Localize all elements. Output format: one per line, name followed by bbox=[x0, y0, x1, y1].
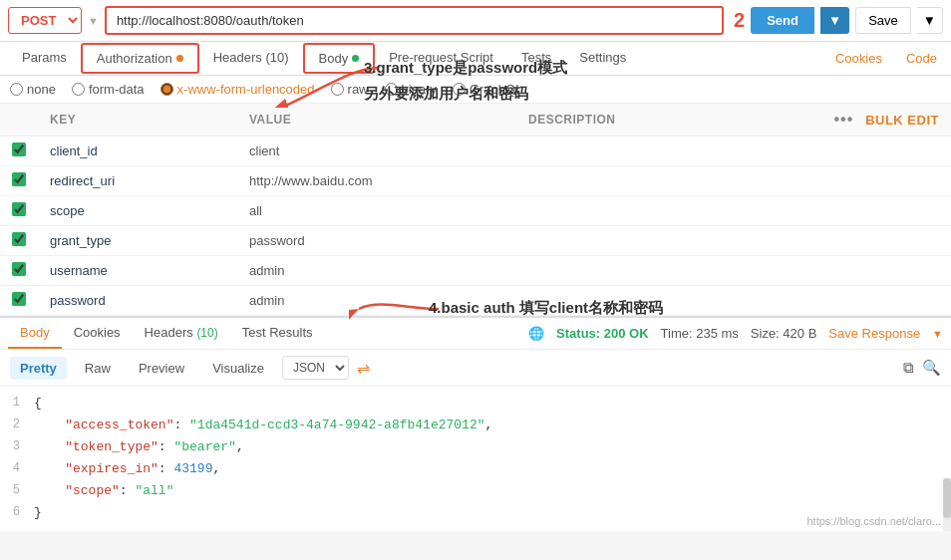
row-value-0[interactable]: client bbox=[237, 137, 516, 166]
resp-tab-body[interactable]: Body bbox=[8, 318, 62, 349]
response-format-toolbar: Pretty Raw Preview Visualize JSON XML Te… bbox=[0, 350, 951, 387]
table-row: username admin bbox=[0, 256, 951, 286]
response-tabs: Body Cookies Headers (10) Test Results 🌐… bbox=[0, 318, 951, 350]
format-icon[interactable]: ⇌ bbox=[357, 359, 370, 378]
response-size: Size: 420 B bbox=[751, 326, 817, 341]
row-value-1[interactable]: http://www.baidu.com bbox=[237, 166, 516, 196]
method-dropdown-arrow[interactable]: ▼ bbox=[88, 15, 99, 27]
row-value-3[interactable]: password bbox=[237, 226, 516, 256]
radio-formdata[interactable]: form-data bbox=[72, 82, 145, 97]
radio-urlencoded[interactable]: x-www-form-urlencoded bbox=[160, 82, 315, 97]
line-number: 6 bbox=[0, 502, 30, 524]
table-row: scope all bbox=[0, 196, 951, 226]
code-line: 3 "token_type": "bearer", bbox=[0, 436, 951, 458]
status-info: 🌐 Status: 200 OK Time: 235 ms Size: 420 … bbox=[528, 326, 943, 341]
col-key: KEY bbox=[38, 104, 237, 137]
row-value-4[interactable]: admin bbox=[237, 256, 516, 286]
resp-format-visualize[interactable]: Visualize bbox=[202, 357, 274, 380]
row-key-4[interactable]: username bbox=[38, 256, 237, 286]
code-content: { bbox=[30, 393, 951, 415]
code-content: "expires_in": 43199, bbox=[30, 458, 951, 480]
status-ok: Status: 200 OK bbox=[556, 326, 648, 341]
scrollbar[interactable] bbox=[943, 478, 951, 531]
line-number: 5 bbox=[0, 480, 30, 502]
line-number: 1 bbox=[0, 393, 30, 415]
tab-params[interactable]: Params bbox=[8, 42, 81, 75]
save-response-btn[interactable]: Save Response bbox=[828, 326, 920, 341]
globe-icon: 🌐 bbox=[528, 326, 544, 341]
row-value-5[interactable]: admin bbox=[237, 286, 516, 316]
params-table-section: KEY VALUE DESCRIPTION ••• Bulk Edit clie… bbox=[0, 104, 951, 316]
bulk-edit-btn[interactable]: Bulk Edit bbox=[865, 113, 939, 128]
tab-headers[interactable]: Headers (10) bbox=[199, 42, 303, 75]
search-icon[interactable]: 🔍 bbox=[922, 359, 941, 377]
send-button[interactable]: Send bbox=[751, 7, 814, 34]
authorization-label: Authorization bbox=[97, 51, 172, 66]
row-value-2[interactable]: all bbox=[237, 196, 516, 226]
row-checkbox-1[interactable] bbox=[0, 166, 38, 196]
row-checkbox-2[interactable] bbox=[0, 196, 38, 226]
line-number: 4 bbox=[0, 458, 30, 480]
row-key-1[interactable]: redirect_uri bbox=[38, 166, 237, 196]
send-dropdown[interactable]: ▼ bbox=[820, 7, 849, 34]
body-label: Body bbox=[319, 51, 349, 66]
tab-prerequest[interactable]: Pre-request Script bbox=[375, 42, 507, 75]
row-desc-0 bbox=[516, 137, 718, 166]
code-content: "scope": "all" bbox=[30, 480, 951, 502]
table-row: redirect_uri http://www.baidu.com bbox=[0, 166, 951, 196]
code-content: "token_type": "bearer", bbox=[30, 436, 951, 458]
resp-tab-cookies[interactable]: Cookies bbox=[62, 318, 133, 349]
radio-none[interactable]: none bbox=[10, 82, 56, 97]
resp-format-preview[interactable]: Preview bbox=[129, 357, 194, 380]
resp-tab-headers[interactable]: Headers (10) bbox=[133, 318, 230, 349]
response-time: Time: 235 ms bbox=[661, 326, 739, 341]
row-key-0[interactable]: client_id bbox=[38, 137, 237, 166]
save-button[interactable]: Save bbox=[855, 7, 911, 34]
table-row: client_id client bbox=[0, 137, 951, 166]
table-row: password admin bbox=[0, 286, 951, 316]
row-key-5[interactable]: password bbox=[38, 286, 237, 316]
more-options[interactable]: ••• bbox=[834, 111, 854, 128]
cookies-link[interactable]: Cookies bbox=[829, 43, 888, 74]
code-link[interactable]: Code bbox=[900, 43, 943, 74]
save-response-arrow[interactable]: ▼ bbox=[932, 328, 943, 340]
row-desc-1 bbox=[516, 166, 718, 196]
method-select[interactable]: POST bbox=[8, 7, 82, 34]
row-desc-4 bbox=[516, 256, 718, 286]
tab-settings[interactable]: Settings bbox=[565, 42, 640, 75]
resp-tab-testresults[interactable]: Test Results bbox=[230, 318, 325, 349]
scrollbar-thumb[interactable] bbox=[943, 478, 951, 518]
format-select[interactable]: JSON XML Text bbox=[282, 356, 349, 380]
body-dot bbox=[352, 55, 359, 62]
tab-tests[interactable]: Tests bbox=[507, 42, 565, 75]
copy-icon[interactable]: ⧉ bbox=[903, 359, 914, 377]
body-type-row: none form-data x-www-form-urlencoded raw… bbox=[0, 76, 951, 104]
code-line: 2 "access_token": "1da4541d-ccd3-4a74-99… bbox=[0, 415, 951, 436]
resp-format-raw[interactable]: Raw bbox=[75, 357, 121, 380]
url-input[interactable]: http://localhost:8080/oauth/token bbox=[105, 6, 724, 35]
tab-right-links: Cookies Code bbox=[829, 43, 943, 74]
resp-actions: ⧉ 🔍 bbox=[903, 359, 941, 377]
col-description: DESCRIPTION bbox=[516, 104, 718, 137]
response-section: Body Cookies Headers (10) Test Results 🌐… bbox=[0, 316, 951, 531]
radio-graphql[interactable]: GraphQL bbox=[453, 82, 522, 97]
line-number: 2 bbox=[0, 415, 30, 436]
watermark: https://blog.csdn.net/claro... bbox=[806, 515, 941, 527]
row-checkbox-0[interactable] bbox=[0, 137, 38, 166]
row-checkbox-5[interactable] bbox=[0, 286, 38, 316]
resp-format-pretty[interactable]: Pretty bbox=[10, 357, 67, 380]
row-checkbox-3[interactable] bbox=[0, 226, 38, 256]
table-row: grant_type password bbox=[0, 226, 951, 256]
row-key-3[interactable]: grant_type bbox=[38, 226, 237, 256]
radio-binary[interactable]: binary bbox=[385, 82, 437, 97]
row-desc-3 bbox=[516, 226, 718, 256]
row-checkbox-4[interactable] bbox=[0, 256, 38, 286]
tab-authorization[interactable]: Authorization bbox=[81, 43, 199, 74]
radio-raw[interactable]: raw bbox=[331, 82, 369, 97]
row-key-2[interactable]: scope bbox=[38, 196, 237, 226]
col-value: VALUE bbox=[237, 104, 516, 137]
save-dropdown[interactable]: ▼ bbox=[917, 7, 943, 34]
request-tabs: Params Authorization Headers (10) Body P… bbox=[0, 42, 951, 76]
code-line: 4 "expires_in": 43199, bbox=[0, 458, 951, 480]
tab-body[interactable]: Body bbox=[303, 43, 376, 74]
